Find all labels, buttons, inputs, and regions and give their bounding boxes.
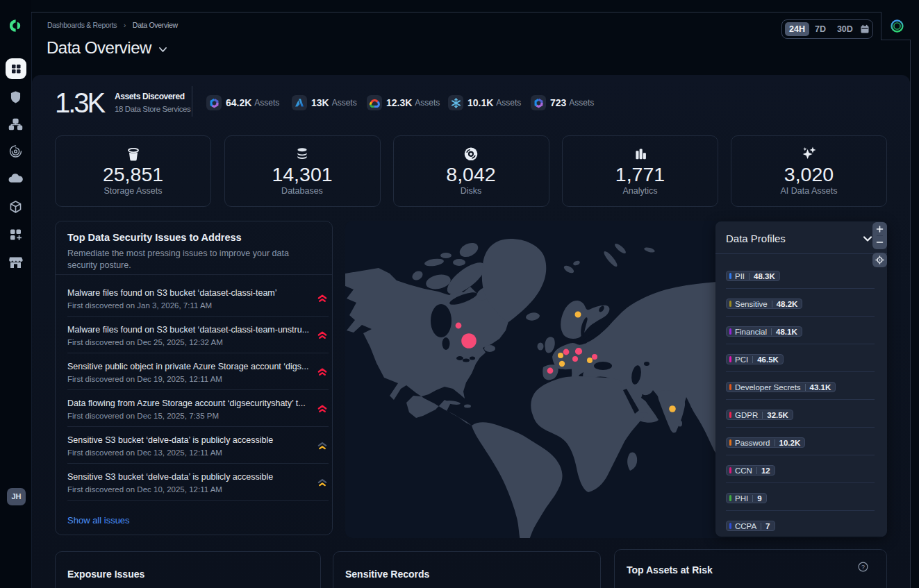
svg-text:?: ? [861,564,865,571]
